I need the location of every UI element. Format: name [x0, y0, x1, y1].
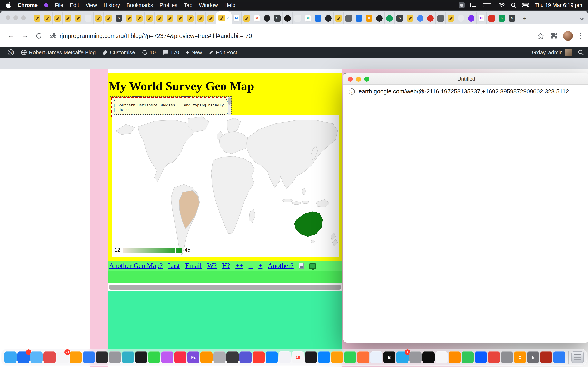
browser-tab[interactable] — [145, 12, 155, 25]
zoom-button[interactable] — [364, 77, 369, 82]
browser-tab[interactable] — [425, 12, 436, 25]
browser-tab[interactable] — [104, 12, 114, 25]
tab-close-icon[interactable]: × — [226, 16, 229, 20]
dock-app-32[interactable] — [409, 351, 422, 363]
browser-menu-icon[interactable] — [579, 31, 583, 40]
window-controls[interactable] — [6, 16, 26, 20]
close-button[interactable] — [348, 77, 353, 82]
page-link[interactable]: H? — [222, 262, 230, 270]
tab-search-chevron-icon[interactable] — [579, 16, 584, 20]
page-link[interactable]: W? — [207, 262, 217, 270]
browser-tab[interactable]: K — [497, 12, 507, 25]
dock-app-43[interactable] — [553, 351, 565, 363]
dock-app-5[interactable]: 21 — [57, 351, 69, 363]
dock-app-25[interactable] — [318, 351, 330, 363]
geo-chart[interactable] — [112, 115, 338, 257]
menu-profiles[interactable]: Profiles — [160, 2, 177, 8]
new-tab-button[interactable]: + — [520, 13, 530, 23]
info-icon[interactable]: i — [349, 88, 355, 94]
apple-menu-icon[interactable] — [6, 2, 11, 8]
browser-tab[interactable]: 0 — [364, 12, 374, 25]
customize-menu[interactable]: Customise — [99, 47, 138, 58]
dock-app-21[interactable] — [266, 351, 278, 363]
menu-view[interactable]: View — [86, 2, 97, 8]
browser-tab[interactable] — [155, 12, 165, 25]
untitled-window-controls[interactable] — [348, 77, 369, 82]
browser-tab[interactable]: CD — [303, 12, 313, 25]
reload-button[interactable] — [33, 30, 45, 42]
browser-tab[interactable] — [334, 12, 344, 25]
browser-tab[interactable] — [415, 12, 425, 25]
menu-edit[interactable]: Edit — [70, 2, 79, 8]
dock-app-39[interactable] — [501, 351, 513, 363]
browser-tab[interactable] — [385, 12, 395, 25]
dock-app-29[interactable] — [370, 351, 382, 363]
browser-tab[interactable] — [466, 12, 476, 25]
browser-tab[interactable] — [262, 12, 272, 25]
menu-history[interactable]: History — [104, 2, 120, 8]
page-link[interactable]: ++ — [235, 262, 243, 270]
menu-window[interactable]: Window — [199, 2, 218, 8]
zoom-window-button[interactable] — [21, 16, 26, 20]
document-icon[interactable] — [299, 263, 304, 269]
menu-help[interactable]: Help — [224, 2, 235, 8]
browser-tab[interactable] — [405, 12, 415, 25]
address-bar[interactable]: rjmprogramming.com.au/ITblog/?p=72374&pr… — [47, 33, 531, 39]
dock-app-24[interactable] — [305, 351, 317, 363]
dock-app-41[interactable]: h — [527, 351, 539, 363]
page-link[interactable]: Another? — [268, 262, 294, 270]
browser-tab[interactable] — [456, 12, 466, 25]
spotlight-icon[interactable] — [511, 2, 517, 8]
untitled-url-text[interactable]: earth.google.com/web/@-2116.197258135337… — [359, 88, 574, 95]
page-link[interactable]: + — [259, 262, 262, 270]
dock-app-17[interactable] — [213, 351, 226, 363]
monitor-icon[interactable] — [309, 263, 316, 268]
wp-logo[interactable]: W — [4, 47, 17, 58]
control-center-icon[interactable] — [522, 3, 529, 7]
browser-tab[interactable] — [165, 12, 175, 25]
dock-app-37[interactable] — [475, 351, 487, 363]
browser-tab[interactable] — [63, 12, 73, 25]
dock-app-42[interactable] — [540, 351, 552, 363]
browser-tab[interactable] — [354, 12, 364, 25]
browser-tab[interactable] — [374, 12, 385, 25]
browser-tab[interactable]: S — [507, 12, 517, 25]
browser-tab[interactable] — [53, 12, 63, 25]
dock-app-33[interactable] — [423, 351, 435, 363]
browser-tab[interactable]: M — [252, 12, 262, 25]
comments-menu[interactable]: 170 — [159, 47, 182, 58]
close-window-button[interactable] — [6, 16, 10, 20]
browser-tab[interactable]: M — [232, 12, 242, 25]
dock-app-26[interactable] — [331, 351, 343, 363]
site-settings-icon[interactable] — [50, 33, 56, 38]
menu-bookmarks[interactable]: Bookmarks — [127, 2, 153, 8]
browser-tab[interactable] — [43, 12, 53, 25]
browser-tab[interactable] — [344, 12, 354, 25]
edit-post-menu[interactable]: Edit Post — [205, 47, 240, 58]
site-name-menu[interactable]: Robert James Metcalfe Blog — [17, 47, 99, 58]
browser-tab[interactable] — [175, 12, 185, 25]
battery-icon[interactable] — [483, 3, 493, 7]
browser-tab[interactable]: 10 — [476, 12, 487, 25]
active-tab[interactable]: × — [216, 11, 232, 25]
dock-app-8[interactable] — [96, 351, 108, 363]
dock-app-35[interactable] — [449, 351, 461, 363]
browser-tab[interactable] — [94, 12, 104, 25]
browser-tab[interactable]: S — [272, 12, 283, 25]
browser-tab[interactable] — [323, 12, 334, 25]
extensions-puzzle-icon[interactable] — [550, 32, 557, 39]
dock-app-40[interactable]: O — [514, 351, 526, 363]
minimize-window-button[interactable] — [13, 16, 18, 20]
browser-tab[interactable] — [436, 12, 446, 25]
browser-tab[interactable] — [83, 12, 94, 25]
untitled-url-row[interactable]: i earth.google.com/web/@-2116.1972581353… — [343, 85, 588, 98]
browser-tab[interactable] — [185, 12, 196, 25]
forward-button[interactable]: → — [19, 30, 31, 42]
bookmark-star-icon[interactable] — [537, 32, 544, 39]
back-button[interactable]: ← — [5, 30, 17, 42]
browser-tab[interactable] — [293, 12, 303, 25]
dock-app-1[interactable] — [4, 351, 17, 363]
browser-tab[interactable]: S — [395, 12, 405, 25]
browser-tab[interactable] — [283, 12, 293, 25]
menu-tab[interactable]: Tab — [184, 2, 192, 8]
